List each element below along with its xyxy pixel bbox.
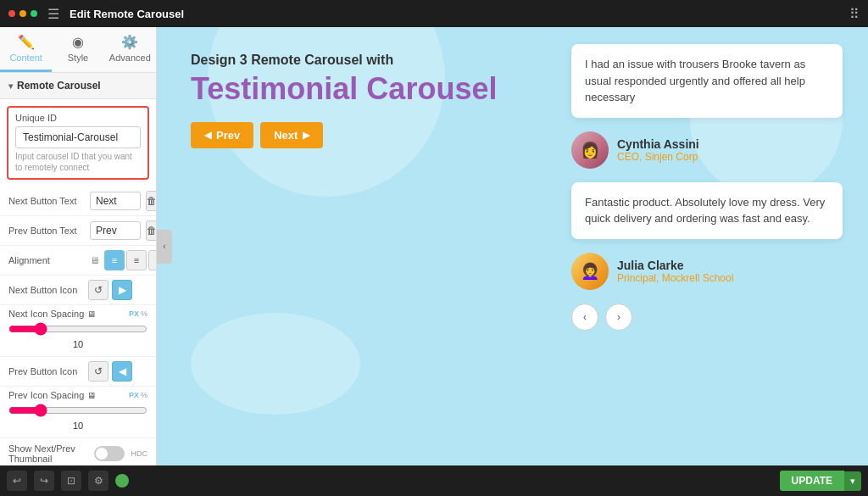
carousel-next-button[interactable]: Next ▶ <box>260 122 323 148</box>
preview-subtitle: Design 3 Remote Carousel with <box>191 53 834 68</box>
alignment-label: Alignment <box>8 255 85 265</box>
prev-button-text-delete[interactable]: 🗑 <box>146 220 157 241</box>
blob-decoration-3 <box>191 313 360 415</box>
top-bar: ☰ Edit Remote Carousel ⠿ <box>0 0 868 27</box>
avatar-julia: 👩‍🦱 <box>571 253 609 290</box>
dot-yellow <box>19 10 26 17</box>
bottom-history-forward[interactable]: ↪ <box>34 471 54 491</box>
tab-content[interactable]: ✏️ Content <box>0 27 52 72</box>
prev-button-text-input[interactable] <box>90 221 141 240</box>
align-center-btn[interactable]: ≡ <box>126 250 147 270</box>
align-left-btn[interactable]: ≡ <box>104 250 125 270</box>
bottom-bar: ↩ ↪ ⊡ ⚙ UPDATE ▾ <box>0 465 868 496</box>
next-spacing-units: PX % <box>129 309 147 318</box>
tab-advanced[interactable]: ⚙️ Advanced <box>104 27 156 72</box>
carousel-prev-button[interactable]: ◀ Prev <box>191 122 253 148</box>
tab-style-label: Style <box>68 53 88 63</box>
carousel-nav-prev[interactable]: ‹ <box>571 304 598 331</box>
next-icon-select-btn[interactable]: ▶ <box>112 280 132 300</box>
preview-area: ‹ Design 3 Remote Carousel with Testimon… <box>157 27 868 465</box>
bottom-responsive-icon[interactable]: ⊡ <box>61 471 81 491</box>
unique-id-hint: Input carousel ID that you want to remot… <box>15 151 141 173</box>
update-dropdown-arrow[interactable]: ▾ <box>844 471 861 491</box>
alignment-monitor-icon: 🖥 <box>90 255 99 265</box>
grid-icon[interactable]: ⠿ <box>849 6 860 22</box>
testimonial-card-2: Fantastic product. Absolutely love my dr… <box>571 182 843 239</box>
next-icon-spacing-value: 10 <box>8 339 147 349</box>
sidebar: ✏️ Content ◉ Style ⚙️ Advanced ▾ Remote … <box>0 27 157 465</box>
window-controls <box>8 10 37 17</box>
next-spacing-label-text: Next Icon Spacing <box>8 309 84 319</box>
bottom-settings-icon[interactable]: ⚙ <box>88 471 108 491</box>
person-row-2: 👩‍🦱 Julia Clarke Principal, Mockrell Sch… <box>571 253 843 290</box>
prev-icon-reset-btn[interactable]: ↺ <box>88 361 108 382</box>
show-thumbnail-toggle[interactable] <box>94 446 125 461</box>
prev-spacing-pct[interactable]: % <box>141 391 147 399</box>
preview-content: Design 3 Remote Carousel with Testimonia… <box>157 27 868 182</box>
next-icon-reset-btn[interactable]: ↺ <box>88 280 108 300</box>
prev-icon-spacing-label: Prev Icon Spacing 🖥 <box>8 390 96 400</box>
show-thumbnail-row: Show Next/Prev Thumbnail HDC <box>0 438 156 465</box>
next-icon-spacing-label: Next Icon Spacing 🖥 <box>8 309 96 319</box>
prev-spacing-label-text: Prev Icon Spacing <box>8 390 84 400</box>
next-spacing-monitor-icon: 🖥 <box>87 309 96 319</box>
update-main-label[interactable]: UPDATE <box>780 471 844 491</box>
prev-button-icon-row: Prev Button Icon ↺ ◀ <box>0 357 156 387</box>
next-button-icon-label: Next Button Icon <box>8 285 85 295</box>
unique-id-input[interactable] <box>15 126 141 148</box>
dot-green <box>31 10 37 17</box>
section-arrow: ▾ <box>8 81 13 91</box>
person-name-2: Julia Clarke <box>617 259 733 272</box>
next-button-text-input[interactable] <box>90 192 141 210</box>
next-spacing-px[interactable]: PX <box>129 309 139 318</box>
tab-style[interactable]: ◉ Style <box>52 27 103 72</box>
next-spacing-pct[interactable]: % <box>141 309 147 318</box>
unique-id-group: Unique ID Input carousel ID that you wan… <box>7 106 149 180</box>
section-label: Remote Carousel <box>17 80 101 92</box>
show-thumbnail-label: Show Next/Prev Thumbnail <box>8 443 87 464</box>
preview-nav-buttons: ◀ Prev Next ▶ <box>191 122 834 148</box>
carousel-nav-next[interactable]: › <box>605 304 632 331</box>
prev-btn-label: Prev <box>216 129 240 142</box>
prev-spacing-px[interactable]: PX <box>129 391 139 399</box>
person-info-2: Julia Clarke Principal, Mockrell School <box>617 259 733 284</box>
tab-content-label: Content <box>9 53 42 63</box>
bottom-green-dot[interactable] <box>115 474 129 488</box>
prev-icon-spacing-value: 10 <box>8 421 147 431</box>
next-button-text-delete[interactable]: 🗑 <box>146 191 157 211</box>
prev-icon-select-btn[interactable]: ◀ <box>112 361 132 382</box>
prev-icon-spacing-slider[interactable] <box>8 404 147 417</box>
sidebar-tabs: ✏️ Content ◉ Style ⚙️ Advanced <box>0 27 156 73</box>
prev-arrow-icon: ◀ <box>204 130 211 141</box>
next-icon-spacing-group: Next Icon Spacing 🖥 PX % 10 <box>0 305 156 357</box>
testimonial-text-2: Fantastic product. Absolutely love my dr… <box>585 196 825 226</box>
remote-carousel-section[interactable]: ▾ Remote Carousel <box>0 73 156 99</box>
collapse-arrow[interactable]: ‹ <box>157 230 172 264</box>
prev-spacing-units: PX % <box>129 391 147 399</box>
align-right-btn[interactable]: ≡ <box>148 250 157 270</box>
unique-id-label: Unique ID <box>15 113 141 123</box>
prev-button-text-label: Prev Button Text <box>8 226 85 236</box>
person-title-2: Principal, Mockrell School <box>617 272 733 284</box>
dot-red <box>8 10 15 17</box>
hamburger-icon[interactable]: ☰ <box>47 6 59 22</box>
update-button[interactable]: UPDATE ▾ <box>780 471 861 491</box>
prev-button-text-row: Prev Button Text 🗑 <box>0 216 156 246</box>
next-arrow-icon: ▶ <box>303 130 309 141</box>
next-icon-spacing-slider[interactable] <box>8 322 147 336</box>
bottom-history-back[interactable]: ↩ <box>7 471 27 491</box>
alignment-buttons: ≡ ≡ ≡ <box>104 250 157 270</box>
content-icon: ✏️ <box>18 34 35 50</box>
next-btn-label: Next <box>274 129 298 142</box>
style-icon: ◉ <box>72 34 84 50</box>
carousel-nav-arrows: ‹ › <box>571 304 843 331</box>
next-button-text-row: Next Button Text 🗑 <box>0 187 156 216</box>
prev-spacing-monitor-icon: 🖥 <box>87 391 96 400</box>
page-title: Edit Remote Carousel <box>70 8 184 20</box>
preview-title: Testimonial Carousel <box>191 71 834 107</box>
next-button-icon-row: Next Button Icon ↺ ▶ <box>0 276 156 305</box>
toggle-hdc-label: HDC <box>131 449 148 458</box>
alignment-row: Alignment 🖥 ≡ ≡ ≡ <box>0 246 156 276</box>
prev-icon-spacing-group: Prev Icon Spacing 🖥 PX % 10 <box>0 387 156 438</box>
advanced-icon: ⚙️ <box>121 34 138 50</box>
